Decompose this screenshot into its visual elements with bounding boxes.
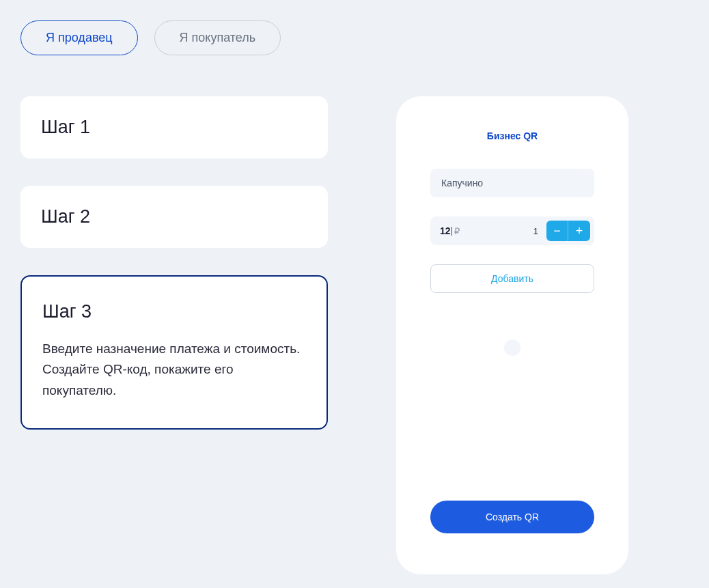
price-row: 12 ₽ 1 − + [430,216,594,245]
step-2-card[interactable]: Шаг 2 [20,186,328,248]
add-button[interactable]: Добавить [430,264,594,293]
create-qr-button[interactable]: Создать QR [430,501,594,533]
step-1-card[interactable]: Шаг 1 [20,96,328,158]
price-value[interactable]: 12 [440,225,451,236]
phone-mockup: Бизнес QR Капучино 12 ₽ 1 − + Добавить С… [396,96,628,574]
text-cursor-icon [451,227,452,236]
tab-seller[interactable]: Я продавец [20,20,138,55]
step-1-title: Шаг 1 [41,117,307,138]
role-tabs: Я продавец Я покупатель [20,20,689,55]
step-3-title: Шаг 3 [42,301,306,322]
currency-label: ₽ [454,226,460,236]
step-2-title: Шаг 2 [41,206,307,227]
quantity-plus-button[interactable]: + [568,221,590,241]
dot-indicator-icon [504,339,520,356]
phone-app-title: Бизнес QR [487,130,538,141]
quantity-stepper: − + [546,221,590,241]
step-3-card[interactable]: Шаг 3 Введите назначение платежа и стоим… [20,275,328,430]
quantity-minus-button[interactable]: − [546,221,568,241]
step-3-description: Введите назначение платежа и стоимость. … [42,339,306,401]
product-name-input[interactable]: Капучино [430,169,594,197]
quantity-value: 1 [533,226,538,236]
tab-buyer[interactable]: Я покупатель [154,20,281,55]
steps-list: Шаг 1 Шаг 2 Шаг 3 Введите назначение пла… [20,96,328,574]
